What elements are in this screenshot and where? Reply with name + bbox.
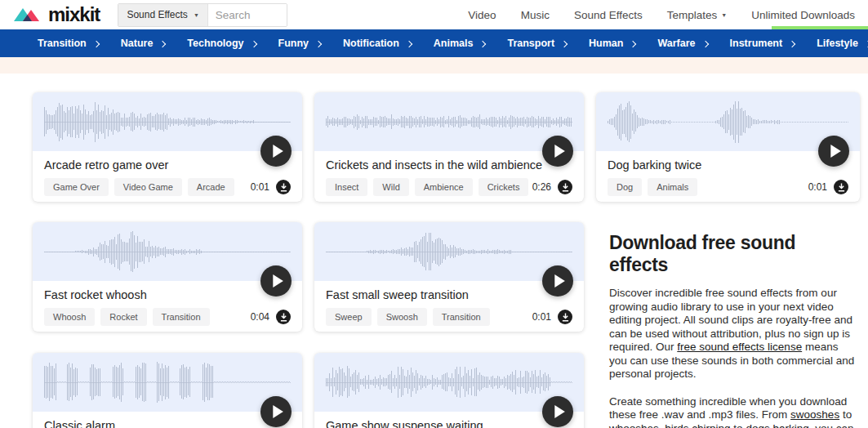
download-button[interactable] [276, 180, 291, 194]
text-link[interactable]: swooshes [790, 408, 839, 421]
waveform[interactable] [314, 92, 584, 151]
sound-title[interactable]: Arcade retro game over [44, 158, 291, 172]
waveform[interactable] [314, 222, 584, 281]
waveform-bar [265, 122, 265, 123]
tag-pill[interactable]: Arcade [188, 178, 234, 196]
sound-title[interactable]: Crickets and insects in the wild ambienc… [326, 158, 572, 172]
waveform-bar [46, 366, 47, 399]
play-button[interactable] [542, 265, 573, 296]
header-nav-link[interactable]: Video [468, 9, 496, 21]
waveform-bar [737, 109, 737, 135]
waveform[interactable] [33, 92, 302, 151]
download-button[interactable] [276, 310, 291, 324]
tag-pill[interactable]: Sweep [326, 308, 372, 326]
waveform-bar [411, 116, 412, 128]
waveform[interactable] [33, 222, 302, 281]
sound-title[interactable]: Dog barking twice [608, 158, 848, 172]
play-button[interactable] [542, 136, 573, 167]
waveform-bar [381, 117, 382, 127]
category-link[interactable]: Instrument [730, 38, 795, 49]
waveform-bar [530, 377, 531, 387]
play-button[interactable] [542, 396, 573, 427]
tag-pill[interactable]: Animals [648, 178, 697, 196]
tag-pill[interactable]: Game Over [44, 178, 109, 196]
waveform-bar [113, 109, 114, 135]
chevron-right-icon [561, 40, 568, 47]
intro-heading: Download free sound effects [609, 232, 858, 276]
text-link[interactable]: birds chirping [665, 422, 730, 428]
waveform-bar [398, 249, 398, 254]
waveform-bar [56, 363, 56, 400]
tag-pill[interactable]: Rocket [100, 308, 146, 326]
category-link[interactable]: Transport [507, 38, 567, 49]
play-button[interactable] [260, 136, 292, 167]
waveform-bar [211, 252, 211, 252]
intro-section: Download free sound effects Discover inc… [596, 222, 860, 428]
waveform-bar [468, 120, 469, 124]
download-button[interactable] [558, 180, 572, 194]
header-nav-link[interactable]: Music [521, 9, 550, 21]
category-link[interactable]: Warfare [657, 38, 707, 49]
search-category-dropdown[interactable]: Sound Effects ▼ [118, 4, 207, 26]
tag-pill[interactable]: Dog [608, 178, 642, 196]
waveform-bar [183, 250, 184, 254]
header-nav-link[interactable]: Templates▼ [667, 9, 727, 21]
sound-title[interactable]: Fast small sweep transition [326, 288, 572, 301]
text-link[interactable]: whooshes [609, 422, 659, 428]
category-link[interactable]: Animals [434, 38, 486, 49]
waveform-bar [764, 120, 765, 123]
waveform-bar [137, 236, 138, 268]
waveform-bar [652, 121, 652, 123]
waveform-bar [154, 116, 154, 127]
waveform-bar [222, 381, 223, 382]
tag-pill[interactable]: Wild [373, 178, 408, 196]
sound-title[interactable]: Game show suspense waiting [326, 419, 572, 428]
waveform-bar [504, 250, 505, 254]
tag-pill[interactable]: Crickets [479, 178, 529, 196]
category-link[interactable]: Nature [121, 38, 166, 49]
download-button[interactable] [834, 180, 848, 194]
waveform[interactable] [33, 353, 302, 412]
search-input[interactable] [216, 9, 288, 21]
play-button[interactable] [260, 396, 292, 427]
waveform-bar [240, 121, 241, 123]
category-link[interactable]: Notification [343, 38, 412, 49]
sound-title[interactable]: Classic alarm [44, 419, 291, 428]
tag-pill[interactable]: Video Game [114, 178, 182, 196]
waveform-bar [465, 250, 465, 253]
tag-pill[interactable]: Whoosh [44, 308, 95, 326]
download-button[interactable] [558, 310, 572, 324]
waveform-bar [714, 122, 714, 123]
tag-pill[interactable]: Ambience [415, 178, 473, 196]
tag-pill[interactable]: Swoosh [377, 308, 427, 326]
waveform-bar [491, 117, 492, 127]
header-nav-link[interactable]: Unlimited Downloads [751, 9, 855, 21]
waveform-bar [771, 120, 772, 123]
category-link[interactable]: Funny [278, 38, 322, 49]
waveform-bar [51, 366, 51, 398]
category-link[interactable]: Technology [187, 38, 256, 49]
waveform-bar [88, 381, 89, 382]
waveform-bar [541, 117, 542, 127]
category-link[interactable]: Lifestyle [817, 38, 868, 49]
tag-pill[interactable]: Insect [326, 178, 367, 196]
text-link[interactable]: dogs barking [746, 422, 808, 428]
waveform-bar [242, 381, 243, 382]
play-button[interactable] [260, 265, 292, 296]
waveform-bar [528, 372, 529, 391]
mixkit-logo[interactable]: mixkit [12, 3, 100, 26]
waveform-bar [250, 121, 251, 123]
sound-title[interactable]: Fast rocket whoosh [44, 288, 291, 301]
play-button[interactable] [818, 136, 849, 167]
text-link[interactable]: free sound effects license [677, 341, 802, 353]
waveform-bar [75, 368, 76, 397]
category-link[interactable]: Transition [38, 38, 99, 49]
waveform[interactable] [314, 353, 584, 412]
waveform-bar [625, 107, 626, 137]
header-nav-link[interactable]: Sound Effects [574, 9, 643, 21]
waveform-bar [162, 363, 162, 401]
tag-pill[interactable]: Transition [433, 308, 490, 326]
tag-pill[interactable]: Transition [153, 308, 210, 326]
category-link[interactable]: Human [589, 38, 635, 49]
waveform-bar [741, 108, 742, 136]
